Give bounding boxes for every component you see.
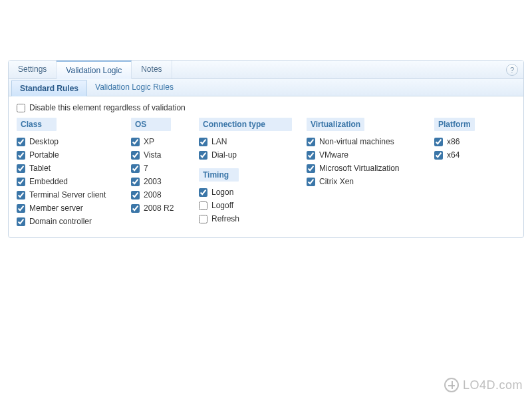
- tab-settings[interactable]: Settings: [9, 61, 57, 78]
- checkbox[interactable]: [17, 138, 25, 146]
- virtualization-items: Non-virtual machinesVMwareMicrosoft Virt…: [307, 135, 420, 188]
- watermark: LO4D.com: [444, 378, 523, 392]
- header-connection-type: Connection type: [199, 118, 292, 131]
- list-item: Desktop: [17, 135, 116, 148]
- tab-validation-logic[interactable]: Validation Logic: [57, 61, 132, 79]
- item-label: Citrix Xen: [319, 177, 354, 186]
- item-label: Logoff: [211, 201, 233, 210]
- column-platform: Platform x86x64: [434, 118, 487, 162]
- item-label: Tablet: [29, 164, 51, 173]
- checkbox[interactable]: [17, 191, 25, 200]
- column-class: Class DesktopPortableTabletEmbeddedTermi…: [17, 118, 116, 228]
- list-item: Citrix Xen: [307, 175, 420, 188]
- list-item: Terminal Server client: [17, 188, 116, 201]
- connection-items: LANDial-up: [199, 135, 292, 162]
- disable-element-row: Disable this element regardless of valid…: [17, 103, 515, 112]
- subtab-standard-rules[interactable]: Standard Rules: [11, 80, 87, 96]
- item-label: Vista: [144, 150, 161, 160]
- list-item: XP: [131, 135, 184, 148]
- list-item: Portable: [17, 148, 116, 162]
- item-label: Non-virtual machines: [319, 137, 394, 146]
- item-label: x86: [447, 137, 460, 146]
- list-item: Vista: [131, 148, 184, 162]
- header-class: Class: [17, 118, 57, 131]
- checkbox[interactable]: [17, 204, 25, 213]
- list-item: Member server: [17, 201, 116, 215]
- validation-panel: Settings Validation Logic Notes ? Standa…: [8, 60, 524, 238]
- checkbox[interactable]: [17, 151, 25, 160]
- column-virtualization: Virtualization Non-virtual machinesVMwar…: [307, 118, 420, 188]
- item-label: 2008: [144, 190, 162, 200]
- checkbox[interactable]: [131, 151, 140, 160]
- checkbox[interactable]: [307, 164, 315, 173]
- item-label: Domain controller: [29, 217, 92, 226]
- item-label: XP: [144, 137, 154, 146]
- class-items: DesktopPortableTabletEmbeddedTerminal Se…: [17, 135, 116, 228]
- checkbox[interactable]: [434, 151, 443, 160]
- list-item: Embedded: [17, 175, 116, 188]
- checkbox[interactable]: [199, 215, 207, 223]
- checkbox[interactable]: [17, 217, 25, 226]
- item-label: VMware: [319, 150, 348, 160]
- list-item: Domain controller: [17, 215, 116, 228]
- os-items: XPVista7200320082008 R2: [131, 135, 184, 215]
- panel-body: Disable this element regardless of valid…: [9, 96, 523, 237]
- list-item: Logon: [199, 186, 292, 199]
- checkbox[interactable]: [131, 164, 140, 173]
- list-item: Refresh: [199, 212, 292, 225]
- list-item: Dial-up: [199, 148, 292, 162]
- list-item: LAN: [199, 135, 292, 148]
- checkbox[interactable]: [307, 178, 315, 186]
- item-label: Portable: [29, 150, 59, 160]
- header-platform: Platform: [434, 118, 475, 131]
- checkbox[interactable]: [17, 178, 25, 186]
- checkbox[interactable]: [434, 138, 443, 146]
- checkbox[interactable]: [131, 138, 140, 146]
- checkbox[interactable]: [199, 201, 207, 210]
- header-virtualization: Virtualization: [307, 118, 364, 131]
- list-item: VMware: [307, 148, 420, 162]
- item-label: x64: [447, 150, 460, 160]
- item-label: Refresh: [211, 214, 239, 223]
- item-label: 2003: [144, 177, 162, 186]
- timing-items: LogonLogoffRefresh: [199, 186, 292, 225]
- checkbox[interactable]: [199, 151, 207, 160]
- platform-items: x86x64: [434, 135, 487, 162]
- sub-tabbar: Standard Rules Validation Logic Rules: [9, 79, 523, 96]
- help-icon[interactable]: ?: [506, 64, 518, 76]
- header-timing: Timing: [199, 168, 239, 182]
- list-item: 2003: [131, 175, 184, 188]
- tab-notes[interactable]: Notes: [132, 61, 172, 78]
- list-item: Non-virtual machines: [307, 135, 420, 148]
- checkbox[interactable]: [131, 204, 140, 213]
- item-label: Dial-up: [211, 150, 237, 160]
- list-item: x86: [434, 135, 487, 148]
- checkbox[interactable]: [307, 138, 315, 146]
- item-label: Desktop: [29, 137, 59, 146]
- column-connection-and-timing: Connection type LANDial-up Timing LogonL…: [199, 118, 292, 225]
- item-label: 7: [144, 164, 148, 173]
- item-label: 2008 R2: [144, 203, 174, 213]
- item-label: Embedded: [29, 177, 68, 186]
- main-tabbar: Settings Validation Logic Notes ?: [9, 61, 523, 79]
- checkbox[interactable]: [131, 178, 140, 186]
- list-item: 2008 R2: [131, 201, 184, 215]
- rules-columns: Class DesktopPortableTabletEmbeddedTermi…: [17, 118, 515, 228]
- column-os: OS XPVista7200320082008 R2: [131, 118, 184, 215]
- disable-element-checkbox[interactable]: [17, 104, 25, 112]
- checkbox[interactable]: [131, 191, 140, 200]
- subtab-validation-logic-rules[interactable]: Validation Logic Rules: [87, 79, 182, 96]
- header-os: OS: [131, 118, 171, 131]
- checkbox[interactable]: [17, 164, 25, 173]
- watermark-text: LO4D.com: [463, 378, 523, 392]
- checkbox[interactable]: [199, 188, 207, 197]
- checkbox[interactable]: [307, 151, 315, 160]
- item-label: Microsoft Virtualization: [319, 164, 400, 173]
- item-label: LAN: [211, 137, 227, 146]
- list-item: 2008: [131, 188, 184, 201]
- list-item: Microsoft Virtualization: [307, 162, 420, 175]
- checkbox[interactable]: [199, 138, 207, 146]
- item-label: Terminal Server client: [29, 190, 106, 200]
- list-item: 7: [131, 162, 184, 175]
- disable-element-label: Disable this element regardless of valid…: [29, 103, 186, 112]
